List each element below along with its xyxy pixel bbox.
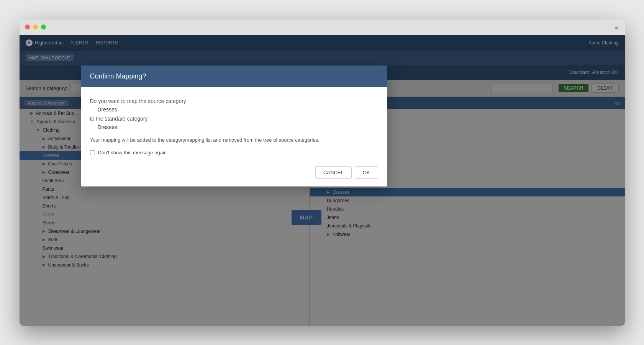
titlebar: ≡ bbox=[20, 20, 625, 35]
app-window: ≡ H Highstreet.io ALERTS REPORTS Acme Cl… bbox=[20, 20, 625, 326]
confirm-mapping-modal: Confirm Mapping? Do you want to map the … bbox=[81, 65, 387, 187]
traffic-lights bbox=[25, 25, 46, 29]
modal-source-category: Dresses bbox=[90, 106, 378, 113]
modal-info-text: Your mapping will be added to the catego… bbox=[90, 136, 378, 144]
modal-checkbox-row: Don't show this message again bbox=[90, 150, 378, 155]
modal-overlay: Confirm Mapping? Do you want to map the … bbox=[20, 35, 625, 326]
minimize-button[interactable] bbox=[33, 25, 38, 29]
ok-button[interactable]: OK bbox=[355, 166, 378, 179]
dont-show-label: Don't show this message again bbox=[98, 150, 167, 155]
window-menu-icon: ≡ bbox=[615, 23, 619, 31]
modal-title: Confirm Mapping? bbox=[90, 72, 146, 80]
modal-header: Confirm Mapping? bbox=[81, 65, 387, 87]
dont-show-checkbox[interactable] bbox=[90, 150, 95, 155]
app-content: H Highstreet.io ALERTS REPORTS Acme Clot… bbox=[20, 35, 625, 326]
close-button[interactable] bbox=[25, 25, 30, 29]
modal-body: Do you want to map the source category D… bbox=[81, 87, 387, 162]
cancel-button[interactable]: CANCEL bbox=[315, 166, 352, 179]
modal-target-category: Dresses bbox=[90, 124, 378, 130]
modal-line2: to the standard category bbox=[90, 116, 378, 122]
modal-footer: CANCEL OK bbox=[81, 162, 387, 186]
maximize-button[interactable] bbox=[41, 25, 46, 29]
modal-line1: Do you want to map the source category bbox=[90, 98, 378, 104]
